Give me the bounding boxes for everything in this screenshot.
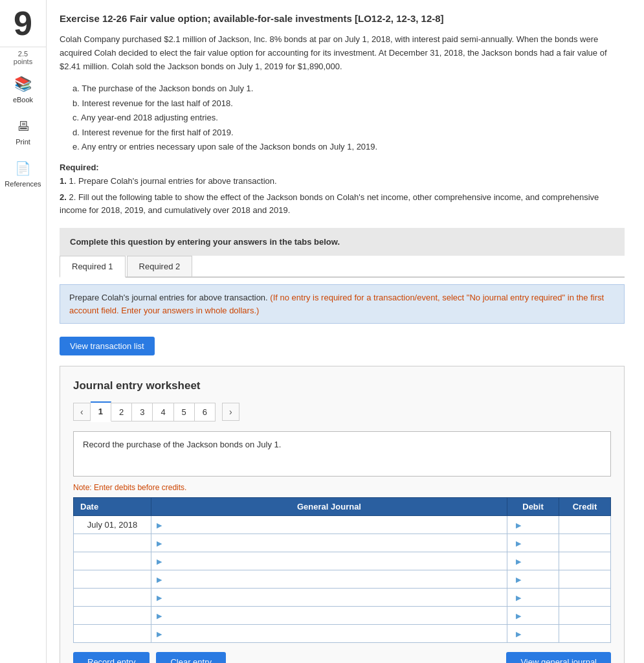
sidebar-item-references[interactable]: 📄 References (0, 152, 46, 194)
worksheet-container: Journal entry worksheet ‹ 1 2 3 4 5 6 › … (60, 366, 625, 663)
sidebar: 9 2.5 points 📚 eBook 🖶 Print 📄 Reference… (0, 0, 47, 663)
table-row: ▶ ▶ (74, 534, 611, 552)
page-next-button[interactable]: › (222, 403, 239, 421)
arrow-indicator: ▶ (157, 557, 162, 566)
arrow-indicator: ▶ (516, 594, 521, 602)
general-journal-cell: ▶ (151, 589, 507, 607)
tab-required-2[interactable]: Required 2 (127, 256, 193, 276)
page-num-5[interactable]: 5 (174, 403, 195, 421)
list-item: d. Interest revenue for the first half o… (72, 126, 625, 139)
problem-text: Colah Company purchased $2.1 million of … (60, 33, 625, 73)
arrow-indicator: ▶ (516, 521, 521, 530)
credit-input[interactable] (573, 520, 605, 530)
date-cell (74, 552, 151, 570)
credit-input[interactable] (573, 574, 605, 584)
col-header-debit: Debit (507, 498, 559, 516)
action-buttons: Record entry Clear entry View general jo… (73, 652, 611, 663)
page-prev-button[interactable]: ‹ (73, 403, 91, 421)
debit-input[interactable] (525, 629, 553, 638)
record-entry-button[interactable]: Record entry (73, 652, 150, 663)
credit-input[interactable] (573, 592, 605, 602)
page-nav: ‹ 1 2 3 4 5 6 › (73, 401, 611, 422)
credit-input[interactable] (573, 629, 605, 638)
required-label: Required: (60, 163, 625, 172)
date-cell (74, 625, 151, 643)
complete-box: Complete this question by entering your … (60, 228, 625, 256)
chapter-number: 9 (7, 6, 39, 40)
col-header-date: Date (74, 498, 151, 516)
page-num-1[interactable]: 1 (91, 401, 111, 422)
credit-cell (559, 625, 611, 643)
arrow-indicator: ▶ (516, 576, 521, 584)
arrow-indicator: ▶ (157, 594, 162, 602)
arrow-indicator: ▶ (157, 521, 162, 530)
credit-input[interactable] (573, 538, 605, 548)
general-journal-cell: ▶ (151, 570, 507, 589)
view-transaction-button[interactable]: View transaction list (60, 337, 155, 355)
list-item: c. Any year-end 2018 adjusting entries. (72, 111, 625, 124)
date-cell: July 01, 2018 (74, 516, 151, 534)
credit-input[interactable] (573, 556, 605, 566)
list-item: b. Interest revenue for the last half of… (72, 97, 625, 110)
list-item: e. Any entry or entries necessary upon s… (72, 140, 625, 153)
table-row: ▶ ▶ (74, 570, 611, 589)
debit-input[interactable] (525, 556, 553, 566)
general-journal-cell: ▶ (151, 534, 507, 552)
col-header-credit: Credit (559, 498, 611, 516)
arrow-indicator: ▶ (516, 539, 521, 548)
general-journal-input[interactable] (166, 520, 476, 530)
debit-input[interactable] (525, 611, 553, 620)
debit-cell: ▶ (507, 516, 559, 534)
debit-input[interactable] (525, 538, 553, 548)
worksheet-title: Journal entry worksheet (73, 379, 611, 392)
general-journal-input[interactable] (166, 611, 476, 620)
required-section: Required: 1. 1. Prepare Colah's journal … (60, 163, 625, 218)
note-text: Note: Enter debits before credits. (73, 483, 611, 492)
general-journal-input[interactable] (166, 574, 476, 584)
credit-cell (559, 607, 611, 625)
general-journal-input[interactable] (166, 538, 476, 548)
debit-input[interactable] (525, 520, 553, 530)
date-cell (74, 534, 151, 552)
general-journal-input[interactable] (166, 629, 476, 638)
arrow-indicator: ▶ (516, 630, 521, 638)
print-label: Print (16, 138, 30, 146)
instruction-box: Prepare Colah's journal entries for abov… (60, 284, 625, 324)
debit-input[interactable] (525, 592, 553, 602)
credit-input[interactable] (573, 611, 605, 620)
sidebar-item-print[interactable]: 🖶 Print (0, 110, 46, 152)
sidebar-item-ebook[interactable]: 📚 eBook (0, 68, 46, 110)
table-row: ▶ ▶ (74, 552, 611, 570)
page-num-2[interactable]: 2 (111, 403, 132, 421)
ebook-icon: 📚 (14, 74, 33, 94)
table-row: ▶ ▶ (74, 607, 611, 625)
debit-cell: ▶ (507, 552, 559, 570)
points-info: 2.5 points (0, 47, 46, 68)
main-content: Exercise 12-26 Fair value option; availa… (47, 0, 644, 663)
date-cell (74, 589, 151, 607)
general-journal-cell: ▶ (151, 607, 507, 625)
page-num-3[interactable]: 3 (132, 403, 153, 421)
credit-cell (559, 570, 611, 589)
date-cell (74, 570, 151, 589)
tab-required-1[interactable]: Required 1 (60, 256, 126, 278)
arrow-indicator: ▶ (516, 612, 521, 620)
date-cell (74, 607, 151, 625)
view-general-journal-button[interactable]: View general journal (506, 652, 611, 663)
general-journal-input[interactable] (166, 592, 476, 602)
arrow-indicator: ▶ (157, 539, 162, 548)
arrow-indicator: ▶ (157, 630, 162, 638)
general-journal-cell: ▶ (151, 625, 507, 643)
arrow-indicator: ▶ (157, 576, 162, 584)
page-num-6[interactable]: 6 (195, 403, 216, 421)
ebook-label: eBook (13, 96, 33, 104)
general-journal-input[interactable] (166, 556, 476, 566)
journal-table: Date General Journal Debit Credit July 0… (73, 497, 611, 643)
clear-entry-button[interactable]: Clear entry (156, 652, 226, 663)
exercise-title: Exercise 12-26 Fair value option; availa… (60, 13, 625, 24)
table-row: July 01, 2018 ▶ ▶ (74, 516, 611, 534)
debit-input[interactable] (525, 574, 553, 584)
page-num-4[interactable]: 4 (153, 403, 173, 421)
debit-cell: ▶ (507, 570, 559, 589)
credit-cell (559, 516, 611, 534)
